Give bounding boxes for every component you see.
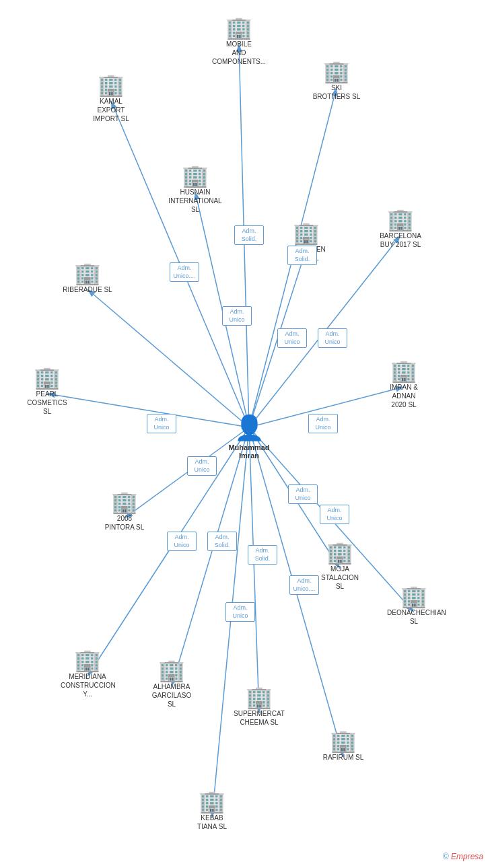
company-node-supermercat: 🏢 SUPERMERCATCHEEMA SL <box>232 686 286 727</box>
person-name: MuhammadImran <box>228 443 269 460</box>
company-node-moja: 🏢 MOJASTALACIONSL <box>313 542 367 591</box>
company-node-pintora: 🏢 2008PINTORA SL <box>98 491 151 532</box>
building-icon: 🏢 <box>34 367 61 388</box>
company-node-rafirum: 🏢 RAFIRUM SL <box>316 730 370 762</box>
company-label: RIBERADUE SL <box>63 285 112 294</box>
building-icon: 🏢 <box>246 686 273 708</box>
company-label: DEONACHECHIANSL <box>387 608 441 626</box>
building-icon: 🏢 <box>98 74 125 96</box>
company-label: HUSNAININTERNATIONALSL <box>168 188 221 214</box>
building-icon: 🏢 <box>326 542 353 563</box>
company-node-husnain: 🏢 HUSNAININTERNATIONALSL <box>168 165 222 214</box>
building-icon: 🏢 <box>158 659 185 681</box>
building-icon: 🏢 <box>74 649 101 671</box>
company-node-barcelona: 🏢 BARCELONABUY 2017 SL <box>374 209 427 249</box>
company-label: PEARLCOSMETICSSL <box>27 390 67 416</box>
company-node-alhambra: 🏢 ALHAMBRAGARCILASOSL <box>145 659 199 709</box>
company-node-ski: 🏢 SKIBROTHERS SL <box>310 61 363 101</box>
svg-line-17 <box>212 427 249 818</box>
company-node-mobile: 🏢 MOBILEANDCOMPONENTS... <box>212 17 266 66</box>
building-icon: 🏢 <box>74 262 101 284</box>
center-person: 👤 MuhammadImran <box>229 414 269 460</box>
role-box-rb9: Adm.Unico <box>187 456 217 476</box>
company-node-kebab: 🏢 KEBABTIANA SL <box>185 791 239 831</box>
svg-line-15 <box>249 427 259 713</box>
building-icon: 🏢 <box>400 585 427 607</box>
company-label: IMRAN &ADNAN2020 SL <box>390 383 418 409</box>
role-box-rb11: Adm.Solid. <box>207 532 237 551</box>
building-icon: 🏢 <box>323 61 350 82</box>
company-label: KAMALEXPORTIMPORT SL <box>93 97 129 123</box>
watermark: © Empresa <box>443 852 483 861</box>
building-icon: 🏢 <box>330 730 357 752</box>
building-icon: 🏢 <box>387 209 414 230</box>
network-diagram: © Empresa 👤 MuhammadImran 🏢 MOBILEANDCOM… <box>0 0 490 868</box>
company-node-kamal: 🏢 KAMALEXPORTIMPORT SL <box>84 74 138 123</box>
company-node-pearl: 🏢 PEARLCOSMETICSSL <box>20 367 74 416</box>
company-label: KEBABTIANA SL <box>197 813 227 831</box>
role-box-rb8: Adm.Unico <box>308 414 338 433</box>
role-box-rb3: Adm.Unico <box>222 306 252 326</box>
building-icon: 🏢 <box>199 791 225 812</box>
company-node-imran_adnan: 🏢 IMRAN &ADNAN2020 SL <box>377 360 431 409</box>
building-icon: 🏢 <box>225 17 252 38</box>
company-label: SKIBROTHERS SL <box>313 83 361 101</box>
building-icon: 🏢 <box>293 222 320 244</box>
company-label: ALHAMBRAGARCILASOSL <box>152 682 191 709</box>
role-box-rb2: Adm.Unico.... <box>170 262 199 282</box>
company-node-riberadue: 🏢 RIBERADUE SL <box>61 262 114 294</box>
role-box-rb13: Adm.Unico <box>288 484 318 504</box>
company-label: 2008PINTORA SL <box>105 514 145 532</box>
role-box-rb4: Adm.Solid. <box>287 246 317 265</box>
role-box-rb15: Adm.Unico.... <box>289 575 319 595</box>
role-box-rb10: Adm.Unico <box>167 532 197 551</box>
building-icon: 🏢 <box>390 360 417 382</box>
building-icon: 🏢 <box>182 165 209 186</box>
role-box-rb6: Adm.Unico <box>318 328 347 348</box>
person-icon: 👤 <box>234 414 265 442</box>
building-icon: 🏢 <box>111 491 138 513</box>
company-label: SUPERMERCATCHEEMA SL <box>234 709 285 727</box>
role-box-rb7: Adm.Unico <box>147 414 176 433</box>
company-label: MOJASTALACIONSL <box>321 565 359 591</box>
role-box-rb16: Adm.Unico <box>225 602 255 622</box>
company-node-deonache: 🏢 DEONACHECHIANSL <box>387 585 441 626</box>
company-label: MOBILEANDCOMPONENTS... <box>212 40 266 66</box>
role-box-rb1: Adm.Solid. <box>234 225 264 245</box>
role-box-rb5: Adm.Unico <box>277 328 307 348</box>
svg-line-13 <box>88 427 249 676</box>
company-label: MERIDIANACONSTRUCCIONY... <box>61 672 114 698</box>
company-node-meridiana: 🏢 MERIDIANACONSTRUCCIONY... <box>61 649 114 698</box>
company-label: RAFIRUM SL <box>323 753 364 762</box>
role-box-rb14: Adm.Unico <box>320 505 349 524</box>
company-label: BARCELONABUY 2017 SL <box>380 231 421 249</box>
role-box-rb12: Adm.Solid. <box>248 545 277 565</box>
